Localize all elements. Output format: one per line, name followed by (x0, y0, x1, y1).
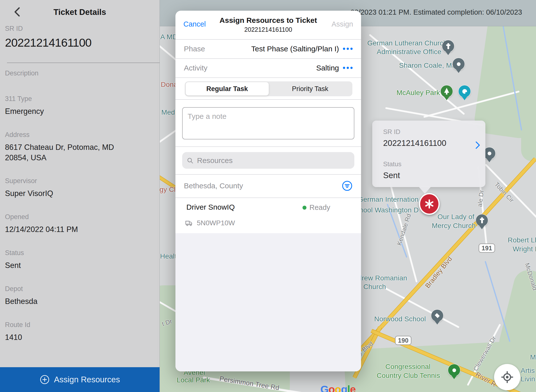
more-icon[interactable] (343, 48, 353, 50)
church-pin[interactable] (476, 214, 488, 226)
activity-value: Salting (316, 64, 339, 72)
field-depot: Depot Bethesda (5, 285, 155, 307)
field-value: Super VisorIQ (5, 188, 155, 199)
modal-empty-area (175, 233, 361, 371)
google-logo: Google (320, 383, 356, 392)
more-icon[interactable] (343, 67, 353, 69)
field-label: Description (5, 69, 155, 77)
divider (175, 99, 361, 100)
tennis-pin[interactable] (448, 364, 460, 376)
map-label: German Internation (358, 196, 419, 203)
resources-search-input[interactable] (197, 156, 350, 165)
church-pin[interactable] (442, 40, 454, 52)
divider (175, 146, 361, 147)
depot-group-row: Bethesda, County (175, 174, 361, 197)
popup-tail (418, 186, 431, 194)
phase-label: Phase (184, 45, 205, 53)
top-bar-status-text: 09/2023 01:21 PM. Estimated completion: … (350, 8, 522, 16)
incident-marker[interactable] (419, 193, 440, 215)
modal-header: Cancel Assign Resources to Ticket 202212… (175, 11, 361, 39)
dot-icon (457, 62, 461, 66)
phase-row[interactable]: Phase Test Phase (Salting/Plan I) (175, 39, 361, 58)
map-label: k Church (358, 283, 386, 291)
field-value: 12/14/2022 04:11 PM (5, 224, 155, 235)
divider (175, 77, 361, 78)
logo-letter: l (347, 383, 350, 392)
field-label: Depot (5, 285, 155, 293)
route-shield: 190 (395, 336, 411, 345)
field-status: Status Sent (5, 249, 155, 271)
place-pin[interactable] (453, 58, 465, 70)
note-input[interactable] (182, 107, 354, 139)
logo-letter: G (320, 383, 328, 392)
map-label: Wright Ho (513, 245, 536, 253)
status-dot-icon (302, 206, 306, 210)
map-label: Medi (161, 108, 177, 116)
map-label: Livin (521, 375, 535, 383)
chevron-right-icon[interactable] (472, 141, 480, 149)
tab-regular-task[interactable]: Regular Task (186, 82, 269, 96)
map-label: Sharon Coale, MS (399, 62, 457, 69)
logo-letter: o (328, 383, 335, 392)
map-label: Robert Llewe (508, 236, 536, 244)
park-pin[interactable] (441, 85, 453, 97)
map-label: Administrative Office (377, 48, 441, 56)
field-label: Route Id (5, 321, 155, 329)
field-description: Description (5, 69, 155, 81)
map-label: drew Romanian (358, 274, 407, 282)
sr-map-popup[interactable]: SR ID 20221214161100 Status Sent (372, 121, 485, 187)
field-value: 20221214161100 (5, 37, 155, 48)
field-opened: Opened 12/14/2022 04:11 PM (5, 213, 155, 235)
search-icon (187, 157, 194, 164)
locate-button[interactable] (494, 364, 520, 390)
map-label: Kendale Rd (396, 213, 413, 246)
map-label: Artis (521, 367, 535, 375)
tree-icon (444, 88, 449, 93)
task-type-segmented-control: Regular Task Priority Task (185, 81, 352, 96)
map-label: Country Club Tennis (377, 372, 440, 380)
field-label: 311 Type (5, 95, 155, 103)
tab-priority-task[interactable]: Priority Task (269, 82, 352, 96)
school-pin[interactable] (431, 310, 443, 322)
resources-search-field[interactable] (182, 152, 354, 169)
map-label: German Lutheran Church (367, 39, 447, 47)
ticket-details-panel: Ticket Details SR ID 20221214161100 Desc… (0, 0, 160, 392)
panel-header: Ticket Details (0, 0, 160, 25)
field-value: Bethesda (5, 296, 155, 307)
field-value: Sent (5, 260, 155, 271)
plus-circle-icon (40, 375, 50, 385)
field-supervisor: Supervisor Super VisorIQ (5, 177, 155, 199)
map-label: Norwood School (374, 315, 426, 323)
park-area (521, 107, 536, 161)
assign-button[interactable]: Assign (332, 20, 353, 28)
page-title: Ticket Details (0, 7, 160, 17)
art-pin[interactable] (459, 85, 470, 97)
assign-resources-button[interactable]: Assign Resources (0, 367, 160, 392)
truck-icon (185, 219, 193, 227)
activity-row[interactable]: Activity Salting (175, 58, 361, 77)
palette-icon (462, 89, 467, 94)
logo-letter: g (341, 383, 347, 392)
resource-row[interactable]: Driver SnowIQ Ready 5N0WP10W (175, 197, 361, 233)
assign-resources-label: Assign Resources (54, 375, 120, 384)
resource-status: Ready (302, 203, 330, 212)
dot-icon (452, 368, 456, 372)
crosshair-icon (501, 370, 514, 384)
field-label: Address (5, 131, 155, 139)
map-label: chool Washington D (356, 206, 419, 214)
depot-group-label: Bethesda, County (184, 182, 243, 190)
field-address: Address 8617 Chateau Dr, Potomac, MD 208… (5, 131, 155, 163)
road (485, 164, 536, 219)
activity-label: Activity (184, 64, 207, 72)
field-value: 8617 Chateau Dr, Potomac, MD 20854, USA (5, 142, 129, 163)
field-311-type: 311 Type Emergency (5, 95, 155, 117)
field-label: SR ID (5, 25, 155, 33)
field-route-id: Route Id 1410 (5, 321, 155, 343)
phase-value: Test Phase (Salting/Plan I) (251, 45, 339, 53)
filter-icon[interactable] (342, 180, 353, 191)
field-sr-id: SR ID 20221214161100 (5, 25, 155, 48)
map-label: Congressional (385, 363, 431, 371)
status-text: Ready (309, 203, 330, 212)
map-label: Our Lady of (437, 213, 474, 221)
cross-icon (447, 43, 449, 49)
